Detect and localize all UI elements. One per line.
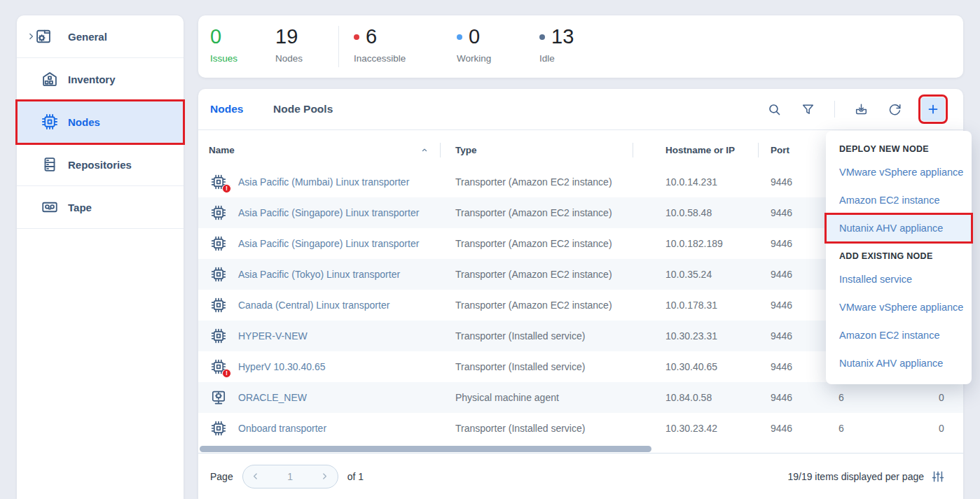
chip-icon (210, 204, 227, 221)
nodes-page: GeneralInventoryNodesRepositoriesTape 0I… (0, 0, 980, 499)
node-type-cell: Transporter (Installed service) (455, 361, 658, 372)
node-name-link[interactable]: Canada (Central) Linux transporter (238, 300, 448, 311)
menu-item-nutanix-ahv-appliance[interactable]: Nutanix AHV appliance (826, 214, 972, 242)
chip-icon (210, 297, 227, 314)
next-page-button[interactable] (312, 465, 338, 488)
add-node-menu: DEPLOY NEW NODEVMware vSphere applianceA… (826, 131, 972, 384)
sidebar-item-general[interactable]: General (17, 15, 184, 58)
table-row[interactable]: ORACLE_NEWPhysical machine agent10.84.0.… (198, 382, 963, 413)
menu-section-title: ADD EXISTING NODE (826, 242, 972, 265)
node-name-link[interactable]: HyperV 10.30.40.65 (238, 361, 448, 372)
stat-nodes: 19Nodes (275, 15, 303, 78)
stat-value-row: 0 (457, 24, 491, 49)
filter-icon[interactable] (801, 102, 815, 117)
stat-value: 0 (469, 27, 480, 47)
chip-icon (210, 266, 227, 283)
node-hostname-cell: 10.0.35.24 (665, 269, 764, 280)
status-dot-icon (354, 34, 359, 40)
stat-value: 13 (551, 27, 574, 47)
node-hostname-cell: 10.0.182.189 (665, 238, 764, 249)
node-type-cell: Transporter (Installed service) (455, 330, 658, 342)
menu-item-vmware-vsphere-appliance[interactable]: VMware vSphere appliance (826, 293, 972, 321)
search-icon[interactable] (767, 102, 782, 117)
error-badge-icon: ! (222, 184, 231, 193)
refresh-icon[interactable] (888, 102, 902, 117)
sidebar-item-tape[interactable]: Tape (17, 186, 184, 229)
stats-card: 0Issues19Nodes6Inaccessible0Working13Idl… (198, 15, 963, 78)
pagination-control: 1 (242, 465, 338, 489)
items-per-page-icon[interactable] (931, 470, 945, 484)
node-port-cell: 9446 (771, 423, 813, 434)
chip-icon: ! (210, 174, 227, 190)
sidebar-item-inventory[interactable]: Inventory (17, 58, 184, 101)
node-hostname-cell: 10.30.23.31 (665, 330, 764, 342)
menu-item-vmware-vsphere-appliance[interactable]: VMware vSphere appliance (826, 158, 972, 186)
node-port-cell: 9446 (771, 269, 813, 280)
node-port-cell: 9446 (771, 361, 813, 372)
stat-value-row: 13 (539, 24, 574, 49)
node-extra-cell: 0 (926, 423, 957, 434)
node-type-cell: Transporter (Amazon EC2 instance) (455, 238, 658, 249)
node-hostname-cell: 10.0.58.48 (665, 207, 764, 218)
sidebar-item-nodes[interactable]: Nodes (17, 101, 184, 143)
chip-icon: ! (210, 358, 227, 375)
node-name-link[interactable]: Asia Pacific (Singapore) Linux transport… (238, 207, 448, 218)
menu-item-amazon-ec2-instance[interactable]: Amazon EC2 instance (826, 186, 972, 214)
chevron-right-icon (319, 471, 330, 482)
scrollbar-thumb[interactable] (200, 446, 651, 452)
export-icon[interactable] (854, 102, 869, 117)
sidebar-item-label: General (68, 31, 107, 43)
inventory-icon (41, 70, 59, 88)
chip-icon (210, 235, 227, 252)
stat-label: Issues (210, 53, 237, 64)
node-hostname-cell: 10.0.14.231 (665, 176, 764, 188)
menu-item-installed-service[interactable]: Installed service (826, 265, 972, 293)
node-name-link[interactable]: ORACLE_NEW (238, 392, 448, 403)
column-divider (633, 143, 633, 157)
toolbar (767, 89, 945, 129)
table-row[interactable]: Onboard transporterTransporter (Installe… (198, 413, 963, 444)
tape-icon (41, 198, 59, 216)
column-header-hostname-or-ip[interactable]: Hostname or IP (665, 137, 735, 162)
node-type-cell: Transporter (Amazon EC2 instance) (455, 207, 658, 218)
stat-value: 6 (366, 27, 377, 47)
tab-nodes[interactable]: Nodes (210, 89, 243, 129)
stat-idle: 13Idle (539, 15, 574, 78)
node-type-cell: Transporter (Amazon EC2 instance) (455, 176, 658, 188)
node-extra-cell: 6 (826, 423, 857, 434)
add-node-button[interactable] (921, 97, 945, 121)
column-header-name[interactable]: Name (209, 137, 235, 162)
node-port-cell: 9446 (771, 392, 813, 403)
menu-item-nutanix-ahv-appliance[interactable]: Nutanix AHV appliance (826, 349, 972, 377)
sidebar-item-label: Inventory (68, 73, 116, 85)
page-label: Page (210, 471, 233, 482)
node-name-link[interactable]: HYPER-V-NEW (238, 330, 448, 342)
chip-icon (41, 113, 59, 131)
node-name-link[interactable]: Onboard transporter (238, 423, 448, 434)
tab-node-pools[interactable]: Node Pools (273, 89, 333, 129)
node-name-link[interactable]: Asia Pacific (Singapore) Linux transport… (238, 238, 448, 249)
stat-value: 19 (275, 27, 298, 47)
sidebar-item-repositories[interactable]: Repositories (17, 143, 184, 186)
sort-ascending-icon[interactable] (420, 145, 429, 155)
node-port-cell: 9446 (771, 207, 813, 218)
error-badge-icon: ! (222, 369, 231, 378)
column-header-type[interactable]: Type (455, 137, 477, 162)
chip-icon (210, 420, 227, 437)
stat-value: 0 (210, 27, 221, 47)
previous-page-button[interactable] (243, 465, 268, 488)
column-divider (758, 143, 759, 157)
tab-bar: NodesNode Pools (198, 89, 963, 130)
column-header-port[interactable]: Port (771, 137, 789, 162)
status-dot-icon (539, 34, 545, 40)
stat-value-row: 0 (210, 24, 237, 49)
node-name-link[interactable]: Asia Pacific (Tokyo) Linux transporter (238, 269, 448, 280)
node-extra-cell: 6 (826, 392, 857, 403)
node-name-link[interactable]: Asia Pacific (Mumbai) Linux transporter (238, 176, 448, 188)
repositories-icon (41, 155, 59, 174)
menu-item-amazon-ec2-instance[interactable]: Amazon EC2 instance (826, 321, 972, 349)
node-port-cell: 9446 (771, 176, 813, 188)
page-count-label: of 1 (347, 471, 364, 482)
stat-issues: 0Issues (210, 15, 237, 78)
page-number-input[interactable]: 1 (268, 471, 312, 482)
